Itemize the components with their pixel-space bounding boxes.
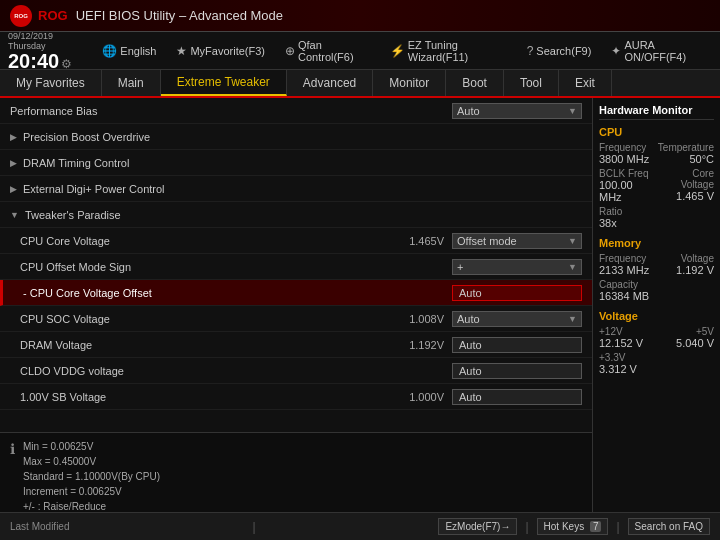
info-line-4: Increment = 0.00625V [23, 484, 160, 499]
cpu-soc-voltage-value: Auto [457, 313, 480, 325]
setting-cpu-voltage-offset[interactable]: - CPU Core Voltage Offset Auto [0, 280, 592, 306]
hw-capacity-row: Capacity 16384 MB [599, 279, 714, 302]
hw-v33-row: +3.3V 3.312 V [599, 352, 714, 375]
hw-bclk-label: BCLK Freq [599, 168, 657, 179]
expand-icon: ▶ [10, 184, 17, 194]
search-label: Search(F9) [536, 45, 591, 57]
search-button[interactable]: ? Search(F9) [522, 42, 597, 60]
rog-logo-icon [10, 5, 32, 27]
setting-cpu-core-voltage[interactable]: CPU Core Voltage 1.465V Offset mode ▼ [0, 228, 592, 254]
setting-sb-voltage[interactable]: 1.00V SB Voltage 1.000V Auto [0, 384, 592, 410]
hw-mem-freq-value: 2133 MHz [599, 264, 649, 276]
title-text: UEFI BIOS Utility – Advanced Mode [76, 8, 283, 23]
info-box: ℹ Min = 0.00625V Max = 0.45000V Standard… [0, 432, 592, 512]
dram-voltage-num: 1.192V [399, 339, 444, 351]
favorites-icon: ★ [176, 44, 187, 58]
ez-tuning-button[interactable]: ⚡ EZ Tuning Wizard(F11) [385, 37, 512, 65]
gear-icon[interactable]: ⚙ [61, 57, 72, 71]
dram-timing-label: DRAM Timing Control [23, 157, 582, 169]
info-line-2: Max = 0.45000V [23, 454, 160, 469]
hw-v12-label: +12V [599, 326, 643, 337]
cldo-vddg-input[interactable]: Auto [452, 363, 582, 379]
settings-list[interactable]: Performance Bias Auto ▼ ▶ Precision Boos… [0, 98, 592, 432]
nav-my-favorites[interactable]: My Favorites [0, 70, 102, 96]
qfan-label: Qfan Control(F6) [298, 39, 370, 63]
ez-tuning-icon: ⚡ [390, 44, 405, 58]
nav-tool[interactable]: Tool [504, 70, 559, 96]
qfan-icon: ⊕ [285, 44, 295, 58]
nav-main[interactable]: Main [102, 70, 161, 96]
chevron-down-icon: ▼ [568, 262, 577, 272]
nav-monitor[interactable]: Monitor [373, 70, 446, 96]
cpu-core-voltage-mode: Offset mode [457, 235, 517, 247]
hw-capacity-value: 16384 MB [599, 290, 714, 302]
expand-icon: ▶ [10, 158, 17, 168]
bottom-bar: Last Modified | EzMode(F7)→ | Hot Keys 7… [0, 512, 720, 540]
performance-bias-label: Performance Bias [10, 105, 452, 117]
setting-precision-boost[interactable]: ▶ Precision Boost Overdrive [0, 124, 592, 150]
setting-performance-bias[interactable]: Performance Bias Auto ▼ [0, 98, 592, 124]
content-area: Performance Bias Auto ▼ ▶ Precision Boos… [0, 98, 720, 512]
setting-cldo-vddg[interactable]: CLDO VDDG voltage Auto [0, 358, 592, 384]
ez-mode-button[interactable]: EzMode(F7)→ [438, 518, 517, 535]
hw-capacity-label: Capacity [599, 279, 714, 290]
hw-cpu-temp-value: 50°C [658, 153, 714, 165]
setting-external-digi[interactable]: ▶ External Digi+ Power Control [0, 176, 592, 202]
ez-tuning-label: EZ Tuning Wizard(F11) [408, 39, 507, 63]
dram-voltage-label: DRAM Voltage [20, 339, 399, 351]
dram-voltage-input[interactable]: Auto [452, 337, 582, 353]
nav-boot[interactable]: Boot [446, 70, 504, 96]
language-button[interactable]: 🌐 English [97, 42, 161, 60]
hw-ratio-row: Ratio 38x [599, 206, 714, 229]
cldo-vddg-value: Auto [459, 365, 482, 377]
nav-exit[interactable]: Exit [559, 70, 612, 96]
info-icon: ℹ [10, 441, 15, 512]
cpu-offset-sign-dropdown[interactable]: + ▼ [452, 259, 582, 275]
info-line-3: Standard = 1.10000V(By CPU) [23, 469, 160, 484]
info-bar: 09/12/2019 Thursday 20:40 ⚙ 🌐 English ★ … [0, 32, 720, 70]
setting-cpu-offset-sign[interactable]: CPU Offset Mode Sign + ▼ [0, 254, 592, 280]
hw-memory-title: Memory [599, 237, 714, 249]
setting-dram-timing[interactable]: ▶ DRAM Timing Control [0, 150, 592, 176]
cpu-soc-voltage-dropdown[interactable]: Auto ▼ [452, 311, 582, 327]
chevron-down-icon: ▼ [568, 314, 577, 324]
performance-bias-dropdown[interactable]: Auto ▼ [452, 103, 582, 119]
myfavorite-button[interactable]: ★ MyFavorite(F3) [171, 42, 270, 60]
cpu-offset-sign-value: + [457, 261, 463, 273]
hw-bclk-value: 100.00 MHz [599, 179, 657, 203]
setting-cpu-soc-voltage[interactable]: CPU SOC Voltage 1.008V Auto ▼ [0, 306, 592, 332]
language-icon: 🌐 [102, 44, 117, 58]
qfan-button[interactable]: ⊕ Qfan Control(F6) [280, 37, 375, 65]
search-icon: ? [527, 44, 534, 58]
hw-mem-freq-label: Frequency [599, 253, 649, 264]
cpu-core-voltage-dropdown[interactable]: Offset mode ▼ [452, 233, 582, 249]
hw-cpu-freq-value: 3800 MHz [599, 153, 649, 165]
hw-cpu-freq-row: Frequency 3800 MHz Temperature 50°C [599, 142, 714, 165]
aura-button[interactable]: ✦ AURA ON/OFF(F4) [606, 37, 712, 65]
sb-voltage-input[interactable]: Auto [452, 389, 582, 405]
hw-v5-label: +5V [676, 326, 714, 337]
info-text: Min = 0.00625V Max = 0.45000V Standard =… [23, 439, 160, 512]
sb-voltage-num: 1.000V [399, 391, 444, 403]
search-faq-label: Search on FAQ [635, 521, 703, 532]
nav-advanced[interactable]: Advanced [287, 70, 373, 96]
hw-v12-value: 12.152 V [599, 337, 643, 349]
hw-core-voltage-label: Core Voltage [657, 168, 714, 190]
cpu-soc-voltage-label: CPU SOC Voltage [20, 313, 399, 325]
cldo-vddg-label: CLDO VDDG voltage [20, 365, 399, 377]
bottom-actions: EzMode(F7)→ | Hot Keys 7 | Search on FAQ [438, 518, 710, 535]
search-faq-button[interactable]: Search on FAQ [628, 518, 710, 535]
cpu-voltage-offset-label: - CPU Core Voltage Offset [23, 287, 452, 299]
title-bar: ROG UEFI BIOS Utility – Advanced Mode [0, 0, 720, 32]
cpu-voltage-offset-input[interactable]: Auto [452, 285, 582, 301]
cpu-core-voltage-num: 1.465V [399, 235, 444, 247]
sb-voltage-value: Auto [459, 391, 482, 403]
divider-3: | [616, 520, 619, 534]
setting-tweakers-paradise[interactable]: ▼ Tweaker's Paradise [0, 202, 592, 228]
aura-label: AURA ON/OFF(F4) [624, 39, 707, 63]
setting-dram-voltage[interactable]: DRAM Voltage 1.192V Auto [0, 332, 592, 358]
datetime-display: 09/12/2019 Thursday 20:40 ⚙ [8, 31, 83, 71]
nav-extreme-tweaker[interactable]: Extreme Tweaker [161, 70, 287, 96]
hw-v12-row: +12V 12.152 V +5V 5.040 V [599, 326, 714, 349]
hot-keys-button[interactable]: Hot Keys 7 [537, 518, 609, 535]
